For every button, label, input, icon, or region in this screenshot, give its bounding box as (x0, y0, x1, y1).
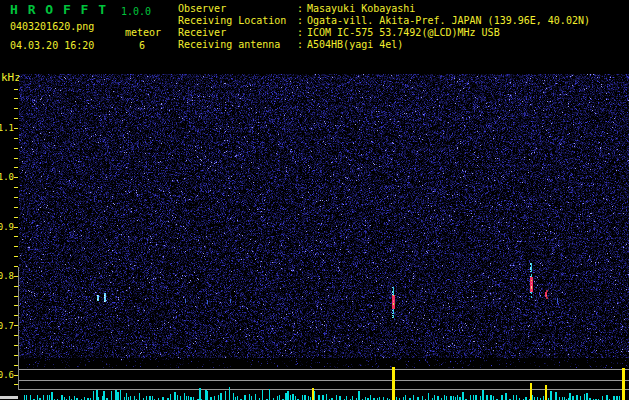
info-value: Ogata-vill. Akita-Pref. JAPAN (139.96E, … (307, 15, 590, 26)
freq-tick (14, 89, 18, 90)
station-info-row: Receiving antenna:A504HB(yagi 4el) (178, 39, 629, 51)
info-value: A504HB(yagi 4el) (307, 39, 403, 50)
freq-tick (14, 108, 18, 109)
station-info-row: Receiver:ICOM IC-575 53.7492(@LCD)MHz US… (178, 27, 629, 39)
freq-tick-label: 0.6 (0, 370, 14, 380)
freq-tick (14, 177, 18, 178)
info-value: Masayuki Kobayashi (307, 3, 415, 14)
freq-tick (14, 217, 18, 218)
freq-tick (14, 197, 18, 198)
info-separator: : (297, 27, 303, 38)
info-separator: : (297, 15, 303, 26)
station-info-row: Observer:Masayuki Kobayashi (178, 3, 629, 15)
freq-tick (14, 227, 18, 228)
freq-tick-label: 1.0 (0, 172, 14, 182)
freq-tick (14, 207, 18, 208)
info-label: Receiving antenna (178, 39, 280, 50)
freq-axis-unit-label: kHz (1, 72, 21, 84)
freq-tick-label: 0.8 (0, 271, 14, 281)
freq-tick (14, 167, 18, 168)
freq-tick (14, 138, 18, 139)
info-separator: : (297, 3, 303, 14)
hrofft-output-window: H R O F F T 1.0.0 0403201620.png meteor … (0, 0, 629, 400)
observation-datetime: 04.03.20 16:20 (10, 40, 94, 51)
app-version: 1.0.0 (121, 6, 151, 17)
app-title: H R O F F T (10, 3, 107, 17)
freq-tick (14, 128, 18, 129)
info-label: Receiver (178, 27, 226, 38)
freq-tick (14, 118, 18, 119)
freq-tick (14, 236, 18, 237)
output-filename: 0403201620.png (10, 21, 94, 32)
info-value: ICOM IC-575 53.7492(@LCD)MHz USB (307, 27, 500, 38)
station-info-row: Receiving Location:Ogata-vill. Akita-Pre… (178, 15, 629, 27)
freq-tick (14, 187, 18, 188)
spectrogram-canvas (19, 74, 629, 368)
freq-tick (14, 158, 18, 159)
meteor-count: 6 (139, 40, 145, 51)
freq-tick (14, 148, 18, 149)
freq-tick-label: 1.1 (0, 123, 14, 133)
observation-mode-label: meteor (125, 27, 161, 38)
baseline-marker (0, 396, 18, 399)
info-label: Observer (178, 3, 226, 14)
signal-level-graph-canvas (19, 360, 629, 400)
freq-tick (14, 256, 18, 257)
info-label: Receiving Location (178, 15, 286, 26)
freq-tick (14, 98, 18, 99)
info-separator: : (297, 39, 303, 50)
freq-tick (14, 246, 18, 247)
freq-tick-label: 0.7 (0, 321, 14, 331)
freq-tick-label: 0.9 (0, 222, 14, 232)
